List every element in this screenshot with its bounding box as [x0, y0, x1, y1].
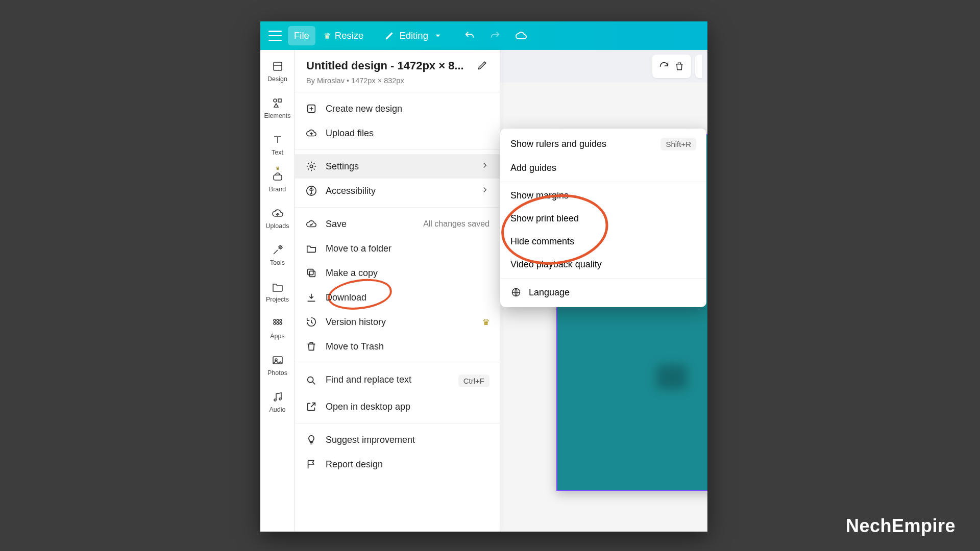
resize-button[interactable]: Resize	[317, 26, 370, 45]
svg-point-14	[279, 398, 281, 400]
text-icon	[271, 133, 285, 147]
menu-label: Video playback quality	[510, 259, 602, 270]
accessibility-icon	[305, 185, 317, 197]
sidebar-item-uploads[interactable]: Uploads	[260, 204, 295, 232]
svg-point-21	[308, 377, 313, 383]
lightbulb-icon	[305, 434, 317, 446]
menu-label: Suggest improvement	[326, 435, 415, 445]
watermark: NechEmpire	[846, 515, 955, 537]
keyboard-shortcut: Ctrl+F	[458, 374, 489, 387]
crown-icon: ♛	[482, 317, 489, 327]
sidebar-item-brand[interactable]: Brand	[260, 167, 295, 195]
svg-point-9	[277, 322, 279, 324]
version-history-menu-item[interactable]: Version history ♛	[295, 310, 500, 334]
sidebar-item-projects[interactable]: Projects	[260, 278, 295, 305]
menu-label: Accessibility	[326, 186, 376, 196]
svg-rect-0	[274, 62, 282, 70]
file-menu-panel: Untitled design - 1472px × 8... By Miros…	[295, 50, 500, 532]
open-desktop-menu-item[interactable]: Open in desktop app	[295, 394, 500, 419]
create-new-design[interactable]: Create new design	[295, 96, 500, 121]
download-menu-item[interactable]: Download	[295, 285, 500, 310]
chevron-right-icon	[480, 161, 489, 172]
sidebar-item-apps[interactable]: Apps	[260, 314, 295, 342]
sidebar-label: Brand	[269, 186, 286, 193]
sidebar-label: Audio	[270, 406, 286, 413]
history-icon	[305, 316, 317, 328]
trash-icon	[305, 340, 317, 353]
move-folder-menu-item[interactable]: Move to a folder	[295, 236, 500, 261]
menu-label: Language	[529, 287, 570, 298]
refresh-icon[interactable]	[657, 60, 671, 73]
sidebar-item-audio[interactable]: Audio	[260, 388, 295, 415]
menu-icon[interactable]	[268, 31, 282, 41]
editing-mode-button[interactable]: Editing	[378, 26, 450, 45]
show-rulers-item[interactable]: Show rulers and guides Shift+R	[500, 132, 706, 157]
suggest-improvement-menu-item[interactable]: Suggest improvement	[295, 428, 500, 452]
svg-point-7	[280, 319, 282, 321]
menu-label: Show margins	[510, 190, 569, 201]
hide-comments-item[interactable]: Hide comments	[500, 230, 706, 253]
language-item[interactable]: Language	[500, 281, 706, 304]
crown-icon	[324, 30, 331, 41]
uploads-icon	[271, 206, 285, 220]
svg-rect-4	[274, 175, 282, 180]
elements-icon	[271, 96, 285, 110]
upload-files[interactable]: Upload files	[295, 121, 500, 145]
external-link-icon	[305, 400, 317, 413]
sidebar-label: Uploads	[266, 222, 289, 230]
document-title: Untitled design - 1472px × 8...	[306, 59, 472, 72]
cloud-sync-button[interactable]	[509, 26, 533, 46]
save-menu-item[interactable]: Save All changes saved	[295, 212, 500, 236]
resize-label: Resize	[335, 30, 364, 41]
show-margins-item[interactable]: Show margins	[500, 184, 706, 207]
plus-icon	[305, 103, 317, 115]
svg-rect-19	[309, 271, 315, 277]
menu-label: Hide comments	[510, 236, 574, 247]
menu-label: Make a copy	[326, 268, 378, 279]
folder-icon	[305, 242, 317, 255]
copy-icon	[305, 267, 317, 279]
gear-icon	[305, 160, 317, 172]
sidebar-label: Apps	[270, 333, 285, 340]
accessibility-menu-item[interactable]: Accessibility	[295, 179, 500, 203]
move-trash-menu-item[interactable]: Move to Trash	[295, 334, 500, 359]
menu-label: Version history	[326, 317, 386, 328]
menu-label: Move to Trash	[326, 341, 384, 352]
toolbar-overflow	[695, 55, 702, 78]
menu-label: Show rulers and guides	[510, 139, 606, 149]
make-copy-menu-item[interactable]: Make a copy	[295, 261, 500, 285]
trash-icon[interactable]	[673, 60, 686, 73]
sidebar-item-text[interactable]: Text	[260, 131, 295, 158]
report-design-menu-item[interactable]: Report design	[295, 452, 500, 477]
sidebar-label: Tools	[270, 259, 285, 266]
file-menu-button[interactable]: File	[288, 26, 315, 45]
sidebar-item-design[interactable]: Design	[260, 57, 295, 85]
svg-point-18	[311, 188, 312, 189]
shadow-decoration	[656, 365, 687, 389]
svg-point-8	[274, 322, 276, 324]
sidebar-item-elements[interactable]: Elements	[260, 94, 295, 121]
tools-icon	[271, 243, 285, 257]
show-print-bleed-item[interactable]: Show print bleed	[500, 207, 706, 230]
find-replace-menu-item[interactable]: Find and replace text Ctrl+F	[295, 367, 500, 394]
settings-menu-item[interactable]: Settings	[295, 154, 500, 179]
menu-label: Add guides	[510, 163, 556, 173]
undo-button[interactable]	[458, 26, 481, 45]
chevron-down-icon	[432, 30, 444, 41]
design-icon	[271, 59, 285, 73]
sidebar-item-tools[interactable]: Tools	[260, 241, 295, 268]
redo-button[interactable]	[483, 26, 507, 45]
svg-point-10	[280, 322, 282, 324]
sidebar-item-photos[interactable]: Photos	[260, 351, 295, 379]
search-icon	[305, 374, 317, 387]
video-quality-item[interactable]: Video playback quality	[500, 253, 706, 276]
topbar: File Resize Editing	[260, 21, 707, 50]
svg-point-2	[274, 99, 277, 102]
add-guides-item[interactable]: Add guides	[500, 157, 706, 180]
menu-label: Create new design	[326, 104, 402, 114]
edit-title-icon[interactable]	[477, 60, 488, 71]
projects-icon	[271, 280, 285, 294]
svg-rect-3	[278, 99, 281, 102]
svg-point-6	[277, 319, 279, 321]
flag-icon	[305, 458, 317, 470]
